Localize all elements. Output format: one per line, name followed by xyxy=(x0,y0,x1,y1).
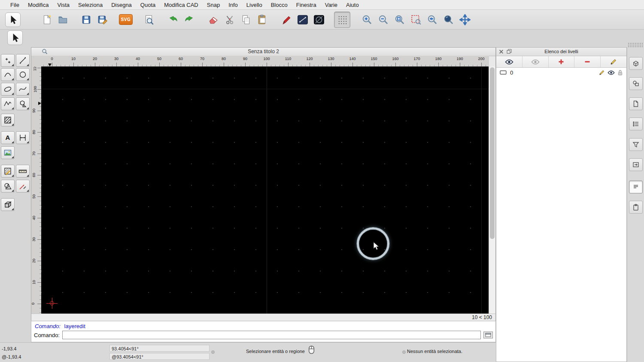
overlapping-shapes-icon xyxy=(3,182,12,190)
undo-button[interactable] xyxy=(165,12,181,28)
previous-view-button[interactable] xyxy=(424,12,440,28)
menu-item-modifica-cad[interactable]: Modifica CAD xyxy=(160,2,202,8)
funnel-icon xyxy=(632,141,640,148)
zoom-pan-button[interactable] xyxy=(457,12,473,28)
spline-tool-button[interactable] xyxy=(16,83,30,96)
selection-pointer-button[interactable] xyxy=(7,30,23,45)
dock-sheet-widget-button[interactable] xyxy=(629,97,643,110)
show-all-layers-button[interactable] xyxy=(496,56,522,67)
vertical-scrollbar-thumb[interactable] xyxy=(490,67,495,239)
paste-button[interactable] xyxy=(254,12,270,28)
zoom-window-button[interactable] xyxy=(440,12,457,28)
h-ruler-label: 190 xyxy=(456,57,463,61)
left-ruler: 0102030405060708090100110 xyxy=(31,66,42,314)
polyline-tool-button[interactable] xyxy=(1,97,15,110)
dimension-tool-button[interactable] xyxy=(16,131,30,144)
dock-block-widget-button[interactable] xyxy=(629,57,643,70)
menu-item-info[interactable]: Info xyxy=(224,2,242,8)
menu-item-vista[interactable]: Vista xyxy=(53,2,74,8)
menu-item-livello[interactable]: Livello xyxy=(242,2,267,8)
polygon-tool-button[interactable] xyxy=(16,97,30,110)
drawing-canvas[interactable] xyxy=(41,66,489,314)
ellipse-tool-button[interactable] xyxy=(1,83,15,96)
command-history-line: Comando: layeredit xyxy=(31,321,495,330)
mouse-cursor-icon xyxy=(373,241,380,251)
hatch-tool-button[interactable] xyxy=(1,114,15,127)
layer-name: 0 xyxy=(510,69,513,76)
menu-item-modifica[interactable]: Modifica xyxy=(24,2,53,8)
open-file-button[interactable] xyxy=(55,12,71,28)
edit-layer-button[interactable] xyxy=(601,56,626,67)
image-tool-button[interactable] xyxy=(1,146,15,159)
command-options-button[interactable] xyxy=(483,332,493,338)
pen-edit-button[interactable] xyxy=(278,12,295,28)
menu-item-varie[interactable]: Varie xyxy=(321,2,342,8)
h-ruler-label: 20 xyxy=(93,57,97,61)
layer-lock-icon[interactable] xyxy=(617,69,623,76)
h-ruler-label: 140 xyxy=(349,57,355,61)
line-attributes-button[interactable] xyxy=(295,12,311,28)
dock-drag-handle[interactable] xyxy=(628,42,643,47)
v-ruler-label: 90 xyxy=(32,109,36,113)
zoom-out-button[interactable] xyxy=(375,12,392,28)
hatch-icon xyxy=(3,116,12,124)
zoom-in-button[interactable] xyxy=(359,12,375,28)
measure-tool-button[interactable] xyxy=(16,165,30,178)
dock-layer-list-button[interactable] xyxy=(629,181,643,193)
save-as-button[interactable] xyxy=(94,12,111,28)
arc-tool-button[interactable] xyxy=(1,68,15,81)
select-tool-button[interactable] xyxy=(5,12,21,27)
modify-tool-button[interactable] xyxy=(16,180,30,193)
solid-tool-button[interactable] xyxy=(1,198,15,211)
text-tool-button[interactable]: A xyxy=(1,131,15,144)
layer-visibility-eye-icon[interactable] xyxy=(608,70,615,75)
menu-item-file[interactable]: File xyxy=(6,2,24,8)
vertical-scrollbar[interactable] xyxy=(489,66,495,314)
pan-arrows-icon xyxy=(459,14,471,25)
magnifier-minus-icon xyxy=(378,14,389,25)
menu-item-seleziona[interactable]: Seleziona xyxy=(74,2,107,8)
grid-toggle-button[interactable] xyxy=(334,12,350,28)
dashed-redraw-icon xyxy=(410,14,422,25)
menu-item-disegna[interactable]: Disegna xyxy=(107,2,136,8)
menu-item-blocco[interactable]: Blocco xyxy=(267,2,292,8)
circle-tool-button[interactable] xyxy=(16,68,30,81)
remove-layer-button[interactable] xyxy=(574,56,601,67)
layer-panel-title: Elenco dei livelli xyxy=(496,49,626,54)
copy-button[interactable] xyxy=(238,12,254,28)
command-input[interactable] xyxy=(62,331,481,339)
dock-list-widget-button[interactable] xyxy=(629,118,643,130)
hatch-edit-tool-button[interactable] xyxy=(1,165,15,178)
delete-button[interactable] xyxy=(205,12,222,28)
cut-button[interactable] xyxy=(222,12,238,28)
auto-zoom-button[interactable] xyxy=(392,12,408,28)
dock-library-widget-button[interactable] xyxy=(629,77,643,90)
add-layer-button[interactable] xyxy=(549,56,575,67)
export-svg-button[interactable]: SVG xyxy=(118,12,134,28)
line-tool-button[interactable] xyxy=(16,54,30,67)
dock-filter-widget-button[interactable] xyxy=(629,138,643,151)
layer-row[interactable]: 0 xyxy=(496,68,626,77)
redraw-button[interactable] xyxy=(408,12,424,28)
document-titlebar[interactable]: Senza titolo 2 xyxy=(31,48,495,56)
v-ruler-label: 110 xyxy=(33,66,37,71)
new-document-button[interactable] xyxy=(39,12,55,28)
redo-button[interactable] xyxy=(181,12,197,28)
print-preview-button[interactable] xyxy=(141,12,157,28)
points-tool-button[interactable] xyxy=(1,54,15,67)
layer-edit-pencil-icon[interactable] xyxy=(599,69,605,75)
circle-tool-toggle-button[interactable] xyxy=(311,12,327,28)
menu-item-aiuto[interactable]: Aiuto xyxy=(342,2,363,8)
menu-item-snap[interactable]: Snap xyxy=(203,2,224,8)
hide-all-layers-button[interactable] xyxy=(522,56,549,67)
dock-panel-widget-button[interactable] xyxy=(629,158,643,171)
right-dock-strip xyxy=(627,47,644,362)
save-button[interactable] xyxy=(78,12,94,28)
mouse-hint-icon xyxy=(308,345,315,354)
menu-item-finestra[interactable]: Finestra xyxy=(292,2,321,8)
dock-clipboard-widget-button[interactable] xyxy=(629,201,643,214)
magnifier-back-icon xyxy=(427,14,438,25)
boolean-tool-button[interactable] xyxy=(1,180,15,193)
menu-item-quota[interactable]: Quota xyxy=(136,2,160,8)
grid-meta-line xyxy=(267,66,267,314)
